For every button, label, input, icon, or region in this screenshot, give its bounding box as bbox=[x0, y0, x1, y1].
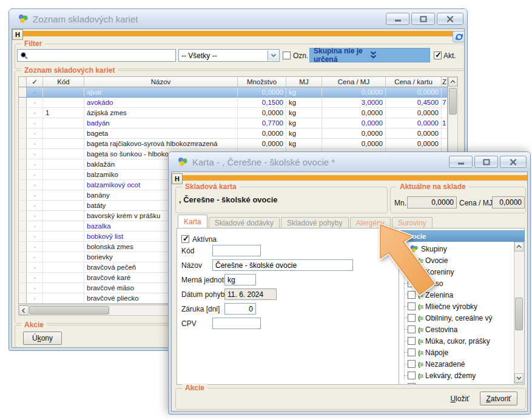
row-selector[interactable] bbox=[19, 139, 27, 148]
ozn-checkbox[interactable] bbox=[283, 52, 291, 59]
tree-item-checkbox[interactable] bbox=[408, 279, 416, 287]
column-header-mj[interactable]: MJ bbox=[286, 77, 322, 87]
row-selector[interactable] bbox=[19, 170, 27, 179]
search-input[interactable] bbox=[17, 49, 176, 62]
tree-root-skupiny[interactable]: Skupiny bbox=[400, 243, 447, 255]
maximize-button[interactable] bbox=[474, 156, 498, 168]
vscroll-thumb[interactable] bbox=[449, 88, 457, 115]
ukony-button[interactable]: Úkony bbox=[23, 332, 62, 345]
ulozit-button[interactable]: Uložiť bbox=[443, 393, 477, 405]
minimize-button[interactable] bbox=[449, 156, 473, 168]
tree-item-checkbox[interactable] bbox=[408, 302, 416, 310]
scroll-down-icon[interactable] bbox=[514, 373, 524, 383]
tree-item[interactable]: (≡ Obilniny, cereálne vý bbox=[399, 312, 514, 324]
table-row[interactable]: ◦ bageta rajčiakovo-syrová hlbokozmrazen… bbox=[19, 139, 447, 149]
row-selector[interactable] bbox=[19, 262, 27, 272]
column-header-check[interactable]: ✓ bbox=[27, 77, 43, 87]
scroll-left-icon[interactable] bbox=[19, 305, 29, 315]
row-selector[interactable] bbox=[19, 190, 27, 200]
tree-item[interactable]: (≡ bbox=[399, 381, 514, 385]
maximize-button[interactable] bbox=[411, 13, 435, 25]
group-filter-field[interactable]: Skupina nie je určená bbox=[309, 48, 430, 62]
refresh-button[interactable] bbox=[453, 31, 465, 42]
titlebar[interactable]: Zoznam skladových kariet bbox=[9, 9, 467, 28]
column-header-cena-kartu[interactable]: Cena / kartu bbox=[386, 77, 442, 87]
tree-scrollbar[interactable] bbox=[514, 242, 524, 384]
tree-item[interactable]: (≡ Zelenina bbox=[399, 289, 514, 301]
tree-item-checkbox[interactable] bbox=[408, 256, 416, 264]
h-button[interactable]: H bbox=[172, 173, 183, 184]
tree-item[interactable]: (≡ Mäso bbox=[399, 278, 514, 289]
tree-item[interactable]: (≡ Nápoje bbox=[399, 347, 514, 358]
tab[interactable]: Skladové pohyby bbox=[281, 217, 348, 228]
tree-item-checkbox[interactable] bbox=[408, 291, 416, 299]
tree-item[interactable]: (≡ Nezaradené bbox=[399, 358, 514, 370]
akt-checkbox[interactable] bbox=[434, 52, 442, 59]
table-row[interactable]: ◦ badyán 0,7700 kg 0,0000 0,0000 1 bbox=[19, 118, 447, 128]
aktivna-checkbox[interactable] bbox=[181, 235, 189, 243]
zatvorit-button[interactable]: Zatvoriť bbox=[480, 392, 517, 405]
close-button[interactable] bbox=[437, 13, 463, 25]
table-row[interactable]: ◦ 1 ázijská zmes 0,0000 kg 0,0000 0,0000 bbox=[19, 108, 447, 118]
tree-item-checkbox[interactable] bbox=[408, 337, 416, 345]
datum-pohybu-input[interactable]: 11. 6. 2024 bbox=[224, 288, 277, 300]
row-selector[interactable] bbox=[19, 273, 27, 282]
row-selector[interactable] bbox=[19, 252, 27, 262]
row-selector[interactable] bbox=[19, 159, 27, 169]
row-selector[interactable] bbox=[19, 98, 27, 107]
tree-item-checkbox[interactable] bbox=[408, 314, 416, 322]
column-header-cena-mj[interactable]: Cena / MJ bbox=[322, 77, 386, 87]
minimize-button[interactable] bbox=[386, 13, 409, 25]
cpv-input[interactable] bbox=[212, 318, 261, 329]
tree-item[interactable]: (≡ Múka, cukor, prášky bbox=[399, 335, 514, 347]
tree-item[interactable]: (≡ Ovocie bbox=[399, 255, 514, 266]
row-selector[interactable] bbox=[19, 293, 27, 303]
row-selector[interactable] bbox=[19, 149, 27, 159]
h-button[interactable]: H bbox=[12, 29, 23, 40]
column-header-nazov[interactable]: Názov bbox=[84, 77, 238, 87]
row-selector[interactable] bbox=[19, 211, 27, 221]
tab[interactable]: Karta bbox=[178, 215, 207, 228]
row-selector[interactable] bbox=[19, 108, 27, 118]
hscroll-thumb[interactable] bbox=[29, 306, 109, 315]
scroll-up-icon[interactable] bbox=[514, 242, 524, 252]
row-selector[interactable] bbox=[19, 201, 27, 210]
chevron-down-icon[interactable] bbox=[268, 50, 278, 61]
row-selector[interactable] bbox=[19, 221, 27, 231]
row-selector[interactable] bbox=[19, 283, 27, 293]
zaruka-input[interactable]: 0 bbox=[224, 303, 256, 315]
table-row[interactable]: ◦ avokádo 0,1500 kg 3,0000 0,4500 7 bbox=[19, 98, 447, 108]
tab[interactable]: Alergény bbox=[350, 217, 391, 228]
tree-item[interactable]: (≡ Cestovina bbox=[399, 324, 514, 335]
column-header-kod[interactable]: Kód bbox=[43, 77, 84, 87]
table-row[interactable]: ◦ bageta 0,0000 kg 0,0000 0,0000 bbox=[19, 128, 447, 139]
tree-item-checkbox[interactable] bbox=[408, 360, 416, 368]
tree-scroll-thumb[interactable] bbox=[515, 298, 523, 330]
tab[interactable]: Skladové dodávky bbox=[209, 217, 280, 228]
table-header[interactable]: ✓ Kód Názov Množstvo MJ Cena / MJ Cena /… bbox=[18, 76, 448, 87]
tree-item-checkbox[interactable] bbox=[408, 383, 416, 385]
merna-jednotka-input[interactable]: kg bbox=[224, 274, 256, 285]
tree-item-checkbox[interactable] bbox=[408, 372, 416, 379]
titlebar[interactable]: Karta - , Čerešne - školské ovocie * bbox=[169, 152, 530, 172]
tree-item[interactable]: (≡ Lekváry, džemy bbox=[399, 370, 514, 381]
tree-item[interactable]: (≡ Koreniny bbox=[399, 266, 514, 278]
tree-item-checkbox[interactable] bbox=[408, 348, 416, 356]
category-select[interactable]: -- Všetky -- bbox=[178, 49, 280, 62]
tree-item[interactable]: (≡ Mliečne výrobky bbox=[399, 301, 514, 312]
table-row[interactable]: ◦ ajvar 0,0000 kg 0,0000 0,0000 bbox=[19, 87, 447, 98]
column-header-mnozstvo[interactable]: Množstvo bbox=[238, 77, 286, 87]
close-button[interactable] bbox=[500, 156, 527, 168]
tree-item-checkbox[interactable] bbox=[408, 325, 416, 333]
row-selector[interactable] bbox=[19, 232, 27, 241]
kod-input[interactable] bbox=[212, 245, 261, 256]
tree-item-checkbox[interactable] bbox=[408, 268, 416, 276]
row-selector[interactable] bbox=[19, 242, 27, 252]
nazov-input[interactable]: Čerešne - školské ovocie bbox=[212, 259, 353, 271]
scroll-up-icon[interactable] bbox=[448, 77, 457, 87]
row-selector[interactable] bbox=[19, 180, 27, 190]
row-selector[interactable] bbox=[19, 118, 27, 128]
column-header-z[interactable]: Z bbox=[442, 77, 447, 87]
row-selector[interactable] bbox=[19, 87, 27, 97]
tab[interactable]: Suroviny bbox=[392, 217, 433, 228]
